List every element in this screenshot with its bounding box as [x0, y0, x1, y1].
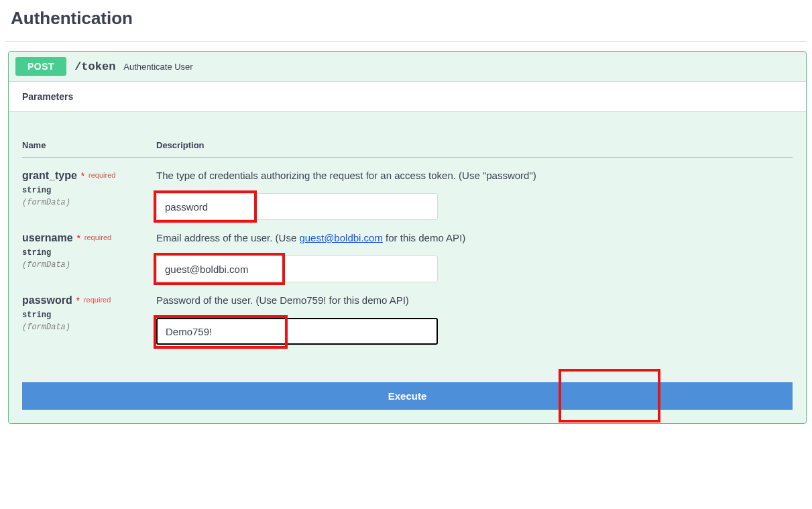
- parameters-table: Name Description grant_type * required: [22, 119, 793, 345]
- required-text: required: [84, 233, 111, 241]
- param-row: password * required string (formData) Pa…: [22, 282, 793, 345]
- param-in: (formData): [22, 198, 156, 207]
- required-star: *: [80, 170, 86, 181]
- required-text: required: [89, 171, 115, 179]
- section-title: Authentication: [11, 8, 801, 29]
- username-input[interactable]: [156, 256, 438, 282]
- param-row: username * required string (formData) Em…: [22, 220, 793, 282]
- param-in: (formData): [22, 323, 156, 332]
- endpoint-path: /token: [74, 60, 115, 73]
- param-row: grant_type * required string (formData) …: [22, 158, 793, 221]
- param-description: Email address of the user. (Use guest@bo…: [156, 232, 793, 243]
- divider: [5, 41, 807, 42]
- param-type: string: [22, 248, 156, 258]
- parameters-header: Parameters: [9, 81, 806, 112]
- execute-button[interactable]: Execute: [22, 382, 793, 410]
- param-description: The type of credentials authorizing the …: [156, 170, 793, 181]
- operation-block: POST /token Authenticate User Parameters…: [8, 51, 807, 424]
- param-name: username: [22, 232, 73, 243]
- required-star: *: [75, 233, 81, 243]
- endpoint-summary: Authenticate User: [123, 62, 192, 72]
- param-description: Password of the user. (Use Demo759! for …: [156, 294, 793, 306]
- grant-type-input[interactable]: [156, 193, 438, 220]
- required-star: *: [75, 295, 81, 306]
- col-description: Description: [156, 119, 793, 158]
- param-name: grant_type: [22, 170, 77, 181]
- demo-email-link[interactable]: guest@boldbi.com: [299, 232, 382, 243]
- param-type: string: [22, 186, 156, 195]
- col-name: Name: [22, 119, 156, 158]
- param-name: password: [22, 294, 72, 306]
- operation-summary[interactable]: POST /token Authenticate User: [9, 52, 806, 81]
- param-type: string: [22, 310, 156, 320]
- method-badge: POST: [15, 57, 66, 76]
- password-input[interactable]: [156, 318, 438, 345]
- param-in: (formData): [22, 260, 156, 270]
- required-text: required: [84, 296, 111, 304]
- parameters-body: Name Description grant_type * required: [9, 112, 806, 423]
